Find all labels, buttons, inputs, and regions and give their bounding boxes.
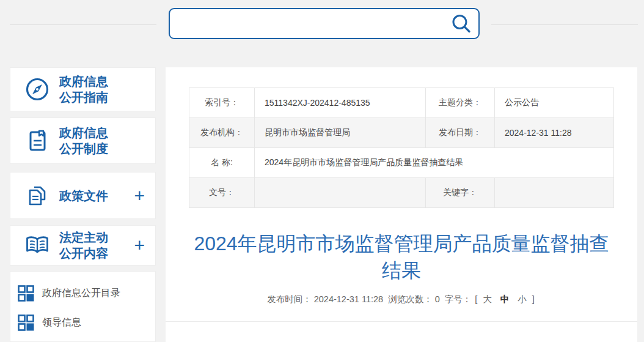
sidebar-item-statutory-disclosure[interactable]: 法定主动 公开内容 + bbox=[10, 225, 156, 266]
keywords-value bbox=[495, 178, 614, 208]
views-label: 浏览次数： bbox=[388, 294, 433, 304]
font-size-medium-button[interactable]: 中 bbox=[500, 294, 510, 304]
page-title: 2024年昆明市市场监督管理局产品质量监督抽查结果 bbox=[188, 230, 615, 284]
compass-icon bbox=[24, 76, 51, 102]
topic-category-label: 主题分类： bbox=[426, 88, 495, 118]
font-size-large-button[interactable]: 大 bbox=[483, 294, 492, 304]
search-bar bbox=[169, 8, 480, 39]
expand-plus-icon[interactable]: + bbox=[134, 236, 145, 255]
sidebar-sub-label: 政府信息公开目录 bbox=[42, 287, 120, 300]
bracket-right: ] bbox=[532, 294, 535, 304]
topic-category-value: 公示公告 bbox=[495, 88, 614, 118]
search-input[interactable] bbox=[170, 9, 444, 38]
sidebar-item-gov-info-system[interactable]: 政府信息 公开制度 bbox=[10, 117, 156, 164]
publish-date-value: 2024-12-31 11:28 bbox=[495, 118, 614, 148]
top-divider-left bbox=[10, 24, 156, 25]
index-number-value: 1511342XJ-202412-485135 bbox=[255, 88, 426, 118]
grid-icon bbox=[18, 314, 35, 331]
documents-icon bbox=[24, 183, 51, 209]
content-divider bbox=[166, 321, 637, 322]
search-icon bbox=[450, 13, 472, 35]
table-row: 文号： 关键字： bbox=[189, 178, 614, 208]
publisher-value: 昆明市市场监督管理局 bbox=[255, 118, 426, 148]
keywords-label: 关键字： bbox=[426, 178, 495, 208]
expand-plus-icon[interactable]: + bbox=[134, 187, 145, 205]
sidebar-sub-label: 领导信息 bbox=[42, 316, 81, 329]
doc-number-label: 文号： bbox=[189, 178, 255, 208]
font-size-small-button[interactable]: 小 bbox=[518, 294, 527, 304]
doc-number-value bbox=[255, 178, 426, 208]
sidebar-item-label: 政府信息 公开指南 bbox=[59, 73, 108, 105]
table-row: 发布机构： 昆明市市场监督管理局 发布日期： 2024-12-31 11:28 bbox=[189, 118, 614, 148]
font-size-label: 字号： bbox=[445, 294, 472, 304]
table-row: 名 称: 2024年昆明市市场监督管理局产品质量监督抽查结果 bbox=[189, 148, 614, 178]
title-label: 名 称: bbox=[189, 148, 255, 178]
grid-icon bbox=[18, 285, 35, 302]
publisher-label: 发布机构： bbox=[189, 118, 255, 148]
publish-date-label: 发布日期： bbox=[426, 118, 495, 148]
sidebar-item-label: 法定主动 公开内容 bbox=[59, 229, 108, 261]
sidebar-item-gov-info-guide[interactable]: 政府信息 公开指南 bbox=[10, 67, 156, 111]
sidebar-item-label: 政策文件 bbox=[59, 188, 108, 204]
publish-time-value: 2024-12-31 11:28 bbox=[314, 294, 383, 304]
publish-info-line: 发布时间：2024-12-31 11:28 浏览次数：0 字号：[大中小] bbox=[166, 294, 637, 305]
search-button[interactable] bbox=[444, 9, 478, 38]
sidebar-item-policy-documents[interactable]: 政策文件 + bbox=[10, 172, 156, 219]
content-panel: 索引号： 1511342XJ-202412-485135 主题分类： 公示公告 … bbox=[166, 67, 637, 342]
sidebar-sub-list: 政府信息公开目录 领导信息 bbox=[10, 271, 156, 342]
bracket-left: [ bbox=[475, 294, 477, 304]
views-value: 0 bbox=[435, 294, 440, 304]
sidebar-item-leader-info[interactable]: 领导信息 bbox=[18, 310, 155, 335]
sidebar-item-gov-info-catalog[interactable]: 政府信息公开目录 bbox=[18, 280, 155, 306]
top-divider-right bbox=[491, 24, 638, 25]
title-value: 2024年昆明市市场监督管理局产品质量监督抽查结果 bbox=[255, 148, 614, 178]
publish-time-label: 发布时间： bbox=[267, 294, 312, 304]
metadata-table: 索引号： 1511342XJ-202412-485135 主题分类： 公示公告 … bbox=[189, 87, 614, 208]
book-icon bbox=[24, 234, 51, 257]
index-number-label: 索引号： bbox=[189, 88, 255, 118]
document-icon bbox=[24, 128, 51, 154]
table-row: 索引号： 1511342XJ-202412-485135 主题分类： 公示公告 bbox=[189, 88, 614, 118]
sidebar-item-label: 政府信息 公开制度 bbox=[59, 125, 108, 157]
